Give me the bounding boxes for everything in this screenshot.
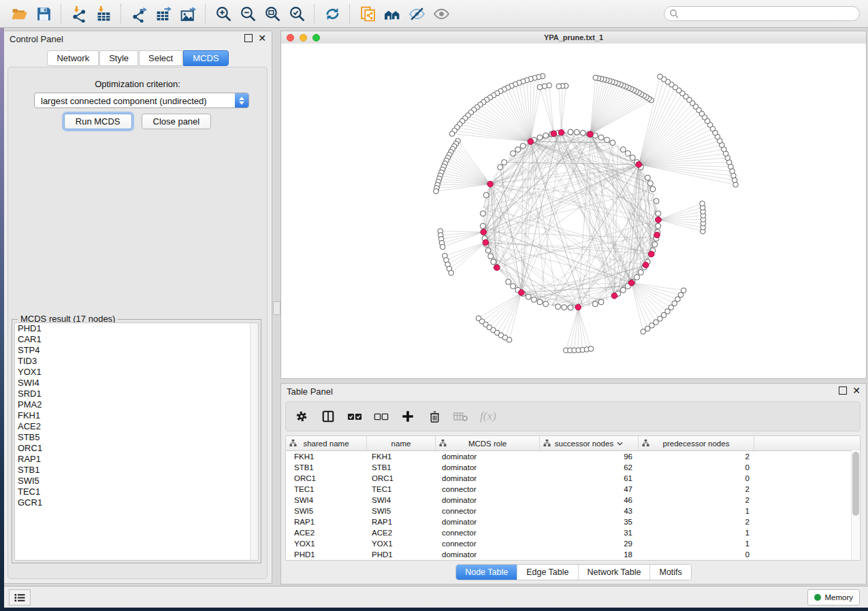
table-cell[interactable]: 29 xyxy=(540,538,639,549)
table-cell[interactable]: dominator xyxy=(436,451,540,462)
table-cell[interactable]: 35 xyxy=(540,516,639,527)
table-cell[interactable]: connector xyxy=(436,527,540,538)
table-cell[interactable]: YOX1 xyxy=(286,538,367,549)
mcds-result-item[interactable]: SRD1 xyxy=(15,389,258,399)
zoom-out-button[interactable] xyxy=(238,3,258,24)
table-cell[interactable]: connector xyxy=(436,484,540,495)
table-cell[interactable]: TEC1 xyxy=(367,484,436,495)
zoom-selected-button[interactable] xyxy=(287,3,307,24)
column-header-successor-nodes[interactable]: successor nodes xyxy=(540,436,639,450)
table-row[interactable]: TEC1TEC1connector472 xyxy=(286,484,860,495)
tab-mcds[interactable]: MCDS xyxy=(183,50,228,66)
table-cell[interactable]: FKH1 xyxy=(367,451,436,462)
table-cell[interactable]: 96 xyxy=(540,451,639,462)
close-panel-button[interactable]: Close panel xyxy=(142,114,212,129)
mcds-result-item[interactable]: TEC1 xyxy=(15,486,258,497)
table-row[interactable]: PHD1PHD1dominator180 xyxy=(286,549,860,560)
table-cell[interactable]: SWI4 xyxy=(367,495,436,506)
table-options-button[interactable] xyxy=(294,409,309,424)
table-cell[interactable]: 47 xyxy=(540,484,639,495)
table-cell[interactable]: dominator xyxy=(436,549,540,560)
table-scrollbar[interactable] xyxy=(851,450,860,560)
table-cell[interactable]: 0 xyxy=(639,549,754,560)
table-cell[interactable]: ACE2 xyxy=(286,527,367,538)
select-all-rows-button[interactable] xyxy=(347,409,362,424)
show-columns-button[interactable] xyxy=(321,409,336,424)
table-cell[interactable]: 0 xyxy=(639,473,754,484)
table-cell[interactable]: STB1 xyxy=(286,462,367,473)
table-cell[interactable]: YOX1 xyxy=(367,538,436,549)
mcds-result-item[interactable]: SWI5 xyxy=(15,476,258,486)
table-cell[interactable]: 61 xyxy=(540,473,639,484)
table-cell[interactable]: 0 xyxy=(639,462,754,473)
tab-select[interactable]: Select xyxy=(139,50,182,66)
table-cell[interactable]: PHD1 xyxy=(286,549,367,560)
table-cell[interactable]: RAP1 xyxy=(367,516,436,527)
mcds-result-item[interactable]: CAR1 xyxy=(15,334,258,345)
mcds-result-item[interactable]: YOX1 xyxy=(15,367,258,378)
criterion-dropdown[interactable]: largest connected component (undirected) xyxy=(34,93,249,108)
table-cell[interactable]: TEC1 xyxy=(286,484,367,495)
table-row[interactable]: RAP1RAP1dominator352 xyxy=(286,516,860,527)
mcds-result-item[interactable]: TID3 xyxy=(15,356,258,367)
table-cell[interactable]: SWI4 xyxy=(286,495,367,506)
import-table-button[interactable] xyxy=(93,3,114,24)
table-cell[interactable]: dominator xyxy=(436,473,540,484)
mcds-result-item[interactable]: ACE2 xyxy=(15,421,258,432)
mcds-result-item[interactable]: STB5 xyxy=(15,432,258,443)
delete-column-button[interactable] xyxy=(427,409,442,424)
hide-selected-button[interactable] xyxy=(406,3,427,24)
tab-network[interactable]: Network xyxy=(47,50,99,66)
mcds-result-item[interactable]: PHD1 xyxy=(15,323,258,334)
table-cell[interactable]: dominator xyxy=(436,516,540,527)
table-cell[interactable]: 62 xyxy=(540,462,639,473)
table-row[interactable]: SWI4SWI4dominator462 xyxy=(286,495,860,506)
memory-button[interactable]: Memory xyxy=(807,589,860,606)
table-cell[interactable]: 31 xyxy=(540,527,639,538)
mcds-result-item[interactable]: STB1 xyxy=(15,465,258,476)
table-cell[interactable]: 1 xyxy=(639,506,754,516)
float-panel-icon[interactable] xyxy=(244,34,253,42)
deselect-all-rows-button[interactable] xyxy=(374,409,389,424)
close-panel-icon[interactable]: ✕ xyxy=(258,35,266,42)
table-cell[interactable]: 2 xyxy=(639,484,754,495)
network-window-titlebar[interactable]: YPA_prune.txt_1 xyxy=(281,31,866,44)
mcds-result-item[interactable]: GCR1 xyxy=(15,497,258,508)
tab-node-table[interactable]: Node Table xyxy=(456,565,517,580)
column-header-shared-name[interactable]: shared name xyxy=(286,436,367,450)
float-panel-icon[interactable] xyxy=(839,386,847,395)
table-scrollbar-thumb[interactable] xyxy=(852,452,859,516)
import-network-button[interactable] xyxy=(69,3,89,24)
column-header-mcds-role[interactable]: MCDS role xyxy=(436,436,540,450)
mcds-result-item[interactable]: FKH1 xyxy=(15,410,258,421)
export-image-button[interactable] xyxy=(178,3,198,24)
table-row[interactable]: ACE2ACE2connector311 xyxy=(286,527,860,538)
save-session-button[interactable] xyxy=(33,3,54,24)
column-header-predecessor-nodes[interactable]: predecessor nodes xyxy=(639,436,754,450)
export-network-button[interactable] xyxy=(129,3,149,24)
table-cell[interactable]: 2 xyxy=(639,516,754,527)
mcds-result-list[interactable]: PHD1CAR1STP4TID3YOX1SWI4SRD1PMA2FKH1ACE2… xyxy=(14,323,259,561)
tab-motifs[interactable]: Motifs xyxy=(650,565,690,580)
vertical-splitter-handle[interactable] xyxy=(273,301,280,315)
tab-style[interactable]: Style xyxy=(99,50,138,66)
table-row[interactable]: YOX1YOX1connector291 xyxy=(286,538,860,549)
table-cell[interactable]: FKH1 xyxy=(286,451,367,462)
zoom-in-button[interactable] xyxy=(213,3,234,24)
mcds-result-item[interactable]: STP4 xyxy=(15,345,258,356)
table-cell[interactable]: SWI5 xyxy=(286,506,367,516)
table-row[interactable]: SWI5SWI5connector431 xyxy=(286,506,860,516)
table-row[interactable]: STB1STB1dominator620 xyxy=(286,462,860,473)
show-all-button[interactable] xyxy=(431,3,451,24)
table-cell[interactable]: 1 xyxy=(639,527,754,538)
table-cell[interactable]: 1 xyxy=(639,538,754,549)
open-file-button[interactable] xyxy=(9,3,29,24)
tab-network-table[interactable]: Network Table xyxy=(579,565,651,580)
table-row[interactable]: ORC1ORC1dominator610 xyxy=(286,473,860,484)
table-row[interactable]: FKH1FKH1dominator962 xyxy=(286,451,860,462)
table-cell[interactable]: 2 xyxy=(639,495,754,506)
table-cell[interactable]: 18 xyxy=(540,549,639,560)
duplicate-network-button[interactable] xyxy=(357,3,378,24)
mcds-result-item[interactable]: ORC1 xyxy=(15,443,258,454)
first-neighbors-button[interactable] xyxy=(382,3,402,24)
